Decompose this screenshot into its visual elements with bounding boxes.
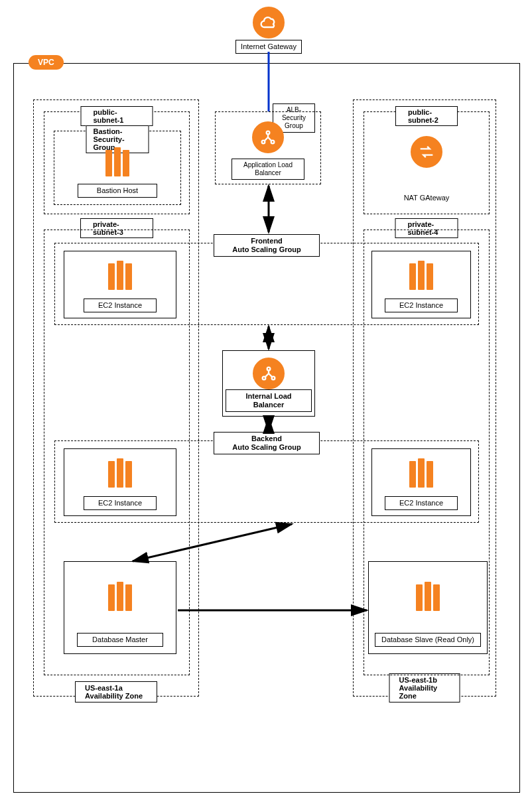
public-subnet-1: public-subnet-1 Bastion-Security-Group B… [44,111,190,214]
nat-icon [411,136,442,168]
ec2-frontend-right: EC2 Instance [371,251,471,318]
public-subnet-1-label: public-subnet-1 [81,106,153,126]
alb-icon [252,121,284,153]
ec2-backend-right-label: EC2 Instance [385,496,458,510]
ilb-label: Internal Load Balancer [226,389,312,412]
ec2-frontend-right-label: EC2 Instance [385,299,458,312]
bastion-label: Bastion Host [78,184,157,198]
ec2-icon [104,258,136,290]
db-master: Database Master [64,561,176,654]
ilb-box: Internal Load Balancer [222,350,315,417]
public-subnet-2: public-subnet-2 NAT GAteway [364,111,490,214]
az-left-label: US-east-1a Availability Zone [75,681,157,702]
ec2-icon [405,456,437,488]
ec2-backend-right: EC2 Instance [371,448,471,516]
ec2-icon [412,579,444,611]
ec2-frontend-left-label: EC2 Instance [84,299,157,312]
ec2-icon [405,258,437,290]
ec2-backend-left-label: EC2 Instance [84,496,157,510]
db-master-label: Database Master [77,633,163,647]
ec2-frontend-left: EC2 Instance [64,251,176,318]
ec2-icon [101,145,133,176]
az-right-label: US-east-1b Availability Zone [389,673,460,702]
bastion-sg: Bastion-Security-Group Bastion Host [54,131,181,205]
ec2-icon [104,456,136,488]
cloud-icon [253,7,285,38]
alb-label: Application Load Balancer [232,159,304,180]
db-slave-label: Database Slave (Read Only) [375,633,481,647]
ilb-icon [253,358,285,389]
backend-asg-label: Backend Auto Scaling Group [214,432,320,454]
vpc-tag: VPC [29,55,64,70]
svg-point-3 [267,368,271,371]
frontend-asg-label: Frontend Auto Scaling Group [214,234,320,257]
nat-label: NAT GAteway [390,192,463,204]
ec2-backend-left: EC2 Instance [64,448,176,516]
internet-gateway-label: Internet Gateway [235,40,302,54]
alb-box: Application Load Balancer [215,111,321,184]
ec2-icon [104,579,136,611]
svg-point-0 [267,131,270,135]
db-slave: Database Slave (Read Only) [368,561,488,654]
public-subnet-2-label: public-subnet-2 [395,106,458,126]
